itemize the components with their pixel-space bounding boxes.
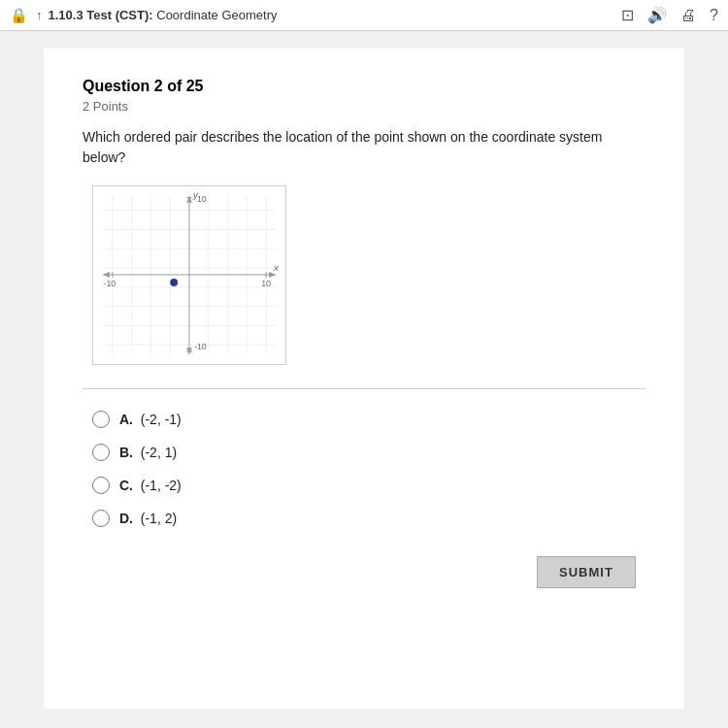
- topbar-icons: ⊡ 🔊 🖨 ?: [621, 6, 718, 24]
- print-icon[interactable]: 🖨: [680, 7, 696, 24]
- question-points: 2 Points: [83, 99, 645, 114]
- option-a-label: A. (-2, -1): [119, 412, 182, 427]
- svg-marker-21: [186, 347, 192, 354]
- svg-marker-18: [103, 272, 110, 278]
- coordinate-graph: -10 10 10 -10 x y: [92, 185, 286, 365]
- svg-text:-10: -10: [194, 342, 207, 351]
- option-c[interactable]: C. (-1, -2): [92, 477, 645, 494]
- svg-marker-20: [186, 196, 192, 203]
- svg-text:x: x: [273, 262, 280, 273]
- radio-a[interactable]: [92, 411, 110, 428]
- option-a[interactable]: A. (-2, -1): [92, 411, 645, 428]
- answer-options: A. (-2, -1) B. (-2, 1) C. (-1, -2) D. (-…: [92, 411, 645, 527]
- screenshot-icon[interactable]: ⊡: [621, 6, 634, 24]
- back-arrow-icon[interactable]: ↑: [36, 8, 43, 22]
- option-c-label: C. (-1, -2): [119, 478, 182, 493]
- option-b-label: B. (-2, 1): [119, 445, 177, 460]
- person-icon[interactable]: 🔊: [647, 6, 667, 24]
- submit-area: SUBMIT: [83, 556, 645, 588]
- radio-d[interactable]: [92, 510, 110, 527]
- question-text: Which ordered pair describes the locatio…: [83, 127, 645, 168]
- radio-c[interactable]: [92, 477, 110, 494]
- svg-text:10: 10: [197, 194, 207, 204]
- option-d-label: D. (-1, 2): [119, 511, 177, 526]
- topbar-title: 1.10.3 Test (CST): Coordinate Geometry: [49, 8, 278, 22]
- option-d[interactable]: D. (-1, 2): [92, 510, 645, 527]
- option-b[interactable]: B. (-2, 1): [92, 444, 645, 461]
- data-point: [170, 279, 178, 286]
- topbar: 🔒 ↑ 1.10.3 Test (CST): Coordinate Geomet…: [0, 0, 728, 31]
- svg-text:10: 10: [261, 279, 271, 288]
- submit-button[interactable]: SUBMIT: [537, 556, 636, 588]
- question-number: Question 2 of 25: [83, 78, 645, 95]
- lock-icon: 🔒: [10, 7, 28, 24]
- svg-text:-10: -10: [103, 279, 116, 288]
- section-divider: [83, 388, 645, 389]
- main-content: Question 2 of 25 2 Points Which ordered …: [44, 49, 684, 709]
- help-icon[interactable]: ?: [710, 7, 718, 24]
- radio-b[interactable]: [92, 444, 110, 461]
